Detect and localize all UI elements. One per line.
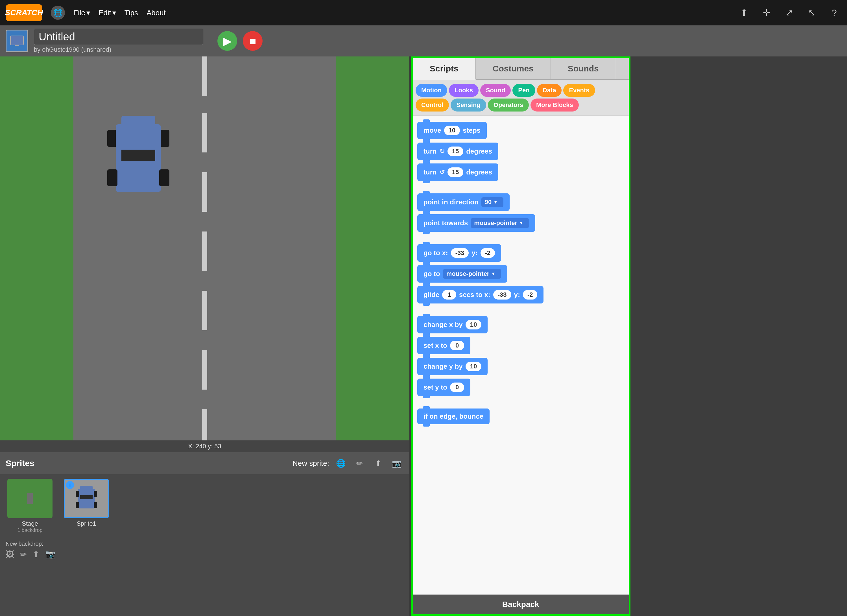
tab-costumes[interactable]: Costumes [476,58,551,79]
gap2 [417,235,624,241]
sprite-info-badge[interactable]: i [66,481,74,489]
svg-rect-7 [76,502,79,508]
block-turn-cw-input[interactable]: 15 [447,146,463,156]
block-glide-secs-input[interactable]: 1 [442,290,456,299]
tips-menu[interactable]: Tips [124,9,138,17]
sprites-label: Sprites [6,458,34,468]
new-sprite-upload-btn[interactable]: ⬆ [371,456,385,470]
block-turn-cw[interactable]: turn ↻ 15 degrees [417,143,498,160]
new-sprite-draw-btn[interactable]: ✏ [352,456,366,470]
gap3 [417,307,624,312]
block-move-label: move [424,127,441,134]
left-panel: X: 240 y: 53 Sprites New sprite: 🌐 ✏ ⬆ 📷 [0,56,409,616]
cat-looks-btn[interactable]: Looks [449,84,478,97]
nav-icons-right: ⬆ ✛ ⤢ ⤡ ? [737,6,841,20]
block-turn-ccw[interactable]: turn ↺ 15 degrees [417,164,498,181]
backdrop-globe-btn[interactable]: 🖼 [6,550,14,559]
file-menu[interactable]: File ▾ [74,9,90,17]
sprite1-item[interactable]: i Sprite1 [61,479,112,533]
block-move-steps[interactable]: move 10 steps [417,122,487,139]
svg-rect-5 [76,491,79,497]
new-sprite-area: New sprite: 🌐 ✏ ⬆ 📷 [292,456,404,470]
expand-icon[interactable]: ⤢ [782,6,796,20]
sprite1-name: Sprite1 [77,520,96,528]
green-flag-button[interactable]: ▶ [217,31,237,51]
backdrop-icons: 🖼 ✏ ⬆ 📷 [6,550,404,559]
turn-cw-icon: ↻ [440,147,445,155]
stop-button[interactable]: ■ [243,31,263,51]
stage-name: Stage [22,520,38,528]
block-set-x-input[interactable]: 0 [450,341,464,350]
block-glide-label: glide [424,291,439,299]
new-sprite-globe-btn[interactable]: 🌐 [334,456,348,470]
car-sprite[interactable] [107,113,170,203]
nav-globe[interactable]: 🌐 [51,6,65,20]
cat-sound-btn[interactable]: Sound [480,84,511,97]
sprite1-thumbnail[interactable]: i [64,479,109,518]
block-change-x-label: change x by [424,321,463,329]
road-line [202,350,207,390]
stage-coords: X: 240 y: 53 [0,441,409,452]
block-glide[interactable]: glide 1 secs to x: -33 y: -2 [417,286,543,304]
block-change-x[interactable]: change x by 10 [417,316,488,333]
cat-data-btn[interactable]: Data [537,84,562,97]
backdrop-upload-btn[interactable]: ⬆ [32,550,40,559]
tab-sounds[interactable]: Sounds [551,58,616,79]
block-change-y-label: change y by [424,363,463,370]
project-title-input[interactable] [34,29,203,45]
block-turn-ccw-label: turn [424,168,437,176]
stage-canvas[interactable] [0,56,409,441]
cat-sensing-btn[interactable]: Sensing [451,99,486,112]
block-goto-x-input[interactable]: -33 [451,248,469,258]
block-goto-y-input[interactable]: -2 [481,248,495,258]
block-glide-y-input[interactable]: -2 [523,290,537,299]
backdrop-draw-btn[interactable]: ✏ [20,550,27,559]
block-change-y-input[interactable]: 10 [466,362,481,371]
cat-more-blocks-btn[interactable]: More Blocks [531,99,579,112]
edit-menu[interactable]: Edit ▾ [99,9,116,17]
block-goto-y-label: y: [472,249,477,257]
block-go-to[interactable]: go to mouse-pointer [417,265,508,283]
fullscreen-icon[interactable]: ✛ [760,6,773,20]
cat-pen-btn[interactable]: Pen [512,84,535,97]
block-direction-dropdown[interactable]: 90 [481,197,503,207]
block-goto-x-label: go to x: [424,249,448,257]
grass-right [336,56,409,441]
block-point-towards[interactable]: point towards mouse-pointer [417,214,535,232]
cat-operators-btn[interactable]: Operators [488,99,529,112]
block-go-to-xy[interactable]: go to x: -33 y: -2 [417,244,501,262]
cat-motion-btn[interactable]: Motion [416,84,447,97]
block-set-y[interactable]: set y to 0 [417,379,470,396]
cat-events-btn[interactable]: Events [563,84,595,97]
block-move-input[interactable]: 10 [444,126,460,135]
about-menu[interactable]: About [146,9,166,17]
block-turn-ccw-input[interactable]: 15 [447,167,463,177]
sprites-list: Stage 1 backdrop i [0,474,409,538]
cat-control-btn[interactable]: Control [416,99,449,112]
gap4 [417,399,624,405]
backdrop-camera-btn[interactable]: 📷 [45,550,56,559]
backdrop-section: New backdrop: 🖼 ✏ ⬆ 📷 [0,538,409,562]
block-bounce[interactable]: if on edge, bounce [417,408,490,424]
block-degrees2-label: degrees [466,168,492,176]
block-set-y-input[interactable]: 0 [450,383,464,392]
block-set-x[interactable]: set x to 0 [417,337,470,354]
wheel-rl [107,169,117,186]
block-go-to-dropdown[interactable]: mouse-pointer [443,269,502,279]
stage-thumbnail[interactable] [7,479,53,518]
block-glide-x-input[interactable]: -33 [493,290,511,299]
block-go-to-label: go to [424,270,440,278]
backpack[interactable]: Backpack [413,595,629,614]
block-towards-dropdown[interactable]: mouse-pointer [471,218,529,228]
compress-icon[interactable]: ⤡ [805,6,819,20]
stage-sprite-item[interactable]: Stage 1 backdrop [4,479,55,533]
block-change-y[interactable]: change y by 10 [417,358,488,375]
block-point-direction[interactable]: point in direction 90 [417,193,510,211]
new-sprite-camera-btn[interactable]: 📷 [390,456,404,470]
block-change-x-input[interactable]: 10 [466,320,481,329]
upload-icon[interactable]: ⬆ [737,6,751,20]
help-icon[interactable]: ? [827,6,841,20]
tab-scripts[interactable]: Scripts [413,58,476,80]
scratch-logo[interactable]: SCRATCH [6,4,42,21]
block-glide-secs-label: secs to x: [459,291,490,299]
